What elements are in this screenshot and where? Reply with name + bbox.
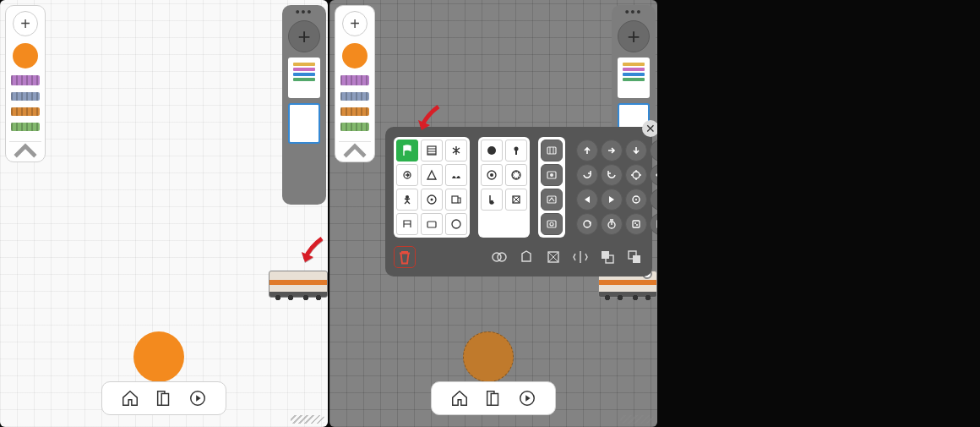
svg-rect-1 bbox=[161, 394, 168, 406]
spin-icon[interactable] bbox=[625, 164, 647, 186]
rotate-ccw-icon[interactable] bbox=[601, 164, 623, 186]
svg-point-8 bbox=[406, 195, 409, 199]
train-sprite-orange[interactable] bbox=[340, 107, 369, 116]
pages-button[interactable] bbox=[155, 389, 173, 408]
canvas-orange-ball[interactable] bbox=[463, 331, 514, 382]
transform-ops bbox=[490, 248, 644, 266]
face-right-icon[interactable] bbox=[601, 189, 623, 211]
looks-blocks-group bbox=[478, 137, 530, 238]
speed-icon[interactable] bbox=[541, 189, 563, 211]
hop-icon[interactable] bbox=[396, 213, 418, 235]
grid-icon[interactable] bbox=[650, 213, 657, 235]
ungroup-icon[interactable] bbox=[517, 248, 536, 266]
train-sprite-orange[interactable] bbox=[11, 107, 40, 116]
canvas-train-sprite[interactable] bbox=[269, 271, 328, 298]
go-home-icon[interactable] bbox=[421, 213, 443, 235]
svg-rect-25 bbox=[547, 221, 556, 227]
svg-point-23 bbox=[550, 173, 553, 177]
page-thumb-1[interactable] bbox=[288, 57, 320, 98]
move-left-arrow-icon[interactable] bbox=[650, 140, 657, 161]
orange-circle-sprite[interactable] bbox=[13, 43, 38, 68]
train-sprite-purple[interactable] bbox=[11, 75, 40, 85]
pages-button[interactable] bbox=[484, 389, 503, 408]
svg-point-35 bbox=[634, 222, 636, 224]
group-icon[interactable] bbox=[490, 248, 509, 266]
svg-point-10 bbox=[431, 199, 433, 201]
jump-icon[interactable] bbox=[650, 189, 657, 211]
svg-rect-12 bbox=[427, 222, 436, 227]
move-right-icon[interactable] bbox=[396, 164, 418, 186]
add-page-button[interactable]: + bbox=[618, 20, 650, 52]
train-sprite-blue[interactable] bbox=[340, 92, 369, 101]
page-thumb-1[interactable] bbox=[618, 57, 650, 98]
start-on-green-flag-icon[interactable] bbox=[396, 140, 418, 161]
orange-circle-sprite[interactable] bbox=[342, 43, 368, 68]
shrink-icon[interactable] bbox=[481, 164, 503, 186]
layer-back-icon[interactable] bbox=[598, 248, 617, 266]
turn-right-icon[interactable] bbox=[421, 189, 443, 211]
flip-icon[interactable] bbox=[650, 164, 657, 186]
stop-icon[interactable] bbox=[541, 164, 563, 186]
say-icon[interactable] bbox=[481, 140, 503, 161]
svg-point-13 bbox=[452, 220, 460, 228]
face-up-icon[interactable] bbox=[625, 189, 647, 211]
bring-front-icon[interactable] bbox=[544, 248, 563, 266]
grow-icon[interactable] bbox=[505, 140, 527, 161]
canvas-orange-ball[interactable] bbox=[133, 331, 184, 382]
svg-point-19 bbox=[490, 200, 493, 204]
screen-step-2: + ••• + bbox=[329, 0, 657, 427]
train-sprite-green[interactable] bbox=[11, 123, 40, 131]
start-on-bump-icon[interactable] bbox=[445, 140, 467, 161]
sprite-palette: + bbox=[335, 5, 375, 162]
turn-left-icon[interactable] bbox=[445, 189, 467, 211]
behaviors-popup: ✕ bbox=[385, 127, 652, 276]
add-sprite-button[interactable]: + bbox=[342, 11, 368, 36]
svg-point-17 bbox=[490, 173, 493, 177]
layer-front-icon[interactable] bbox=[625, 248, 644, 266]
pages-drag-handle-icon[interactable]: ••• bbox=[625, 8, 643, 15]
train-sprite-purple[interactable] bbox=[340, 75, 369, 85]
wait-icon[interactable] bbox=[541, 140, 563, 161]
move-up-arrow-icon[interactable] bbox=[576, 140, 598, 161]
home-button[interactable] bbox=[121, 389, 139, 408]
bottom-toolbar bbox=[101, 381, 226, 415]
svg-point-14 bbox=[487, 146, 496, 155]
repeat-icon[interactable] bbox=[541, 213, 563, 235]
svg-rect-4 bbox=[491, 394, 498, 406]
play-button[interactable] bbox=[518, 389, 536, 408]
message-block-icon[interactable] bbox=[445, 213, 467, 235]
play-button[interactable] bbox=[188, 389, 207, 408]
flip-h-icon[interactable] bbox=[571, 248, 590, 266]
random-icon[interactable] bbox=[625, 213, 647, 235]
svg-rect-45 bbox=[633, 255, 640, 263]
svg-point-40 bbox=[498, 253, 506, 261]
face-left-icon[interactable] bbox=[576, 189, 598, 211]
home-button[interactable] bbox=[450, 389, 469, 408]
palette-collapse-button[interactable] bbox=[339, 141, 371, 161]
svg-point-15 bbox=[514, 147, 519, 151]
train-sprite-green[interactable] bbox=[340, 123, 369, 131]
move-down-icon[interactable] bbox=[396, 189, 418, 211]
move-down-arrow-icon[interactable] bbox=[625, 140, 647, 161]
popup-close-button[interactable]: ✕ bbox=[642, 120, 657, 137]
rotate-cw-icon[interactable] bbox=[576, 164, 598, 186]
start-on-tap-icon[interactable] bbox=[421, 140, 443, 161]
page-thumb-2[interactable] bbox=[288, 103, 320, 144]
delete-button[interactable] bbox=[394, 246, 416, 268]
loop-icon[interactable] bbox=[576, 213, 598, 235]
reset-size-icon[interactable] bbox=[505, 164, 527, 186]
move-left-icon[interactable] bbox=[421, 164, 443, 186]
hide-icon[interactable] bbox=[481, 189, 503, 211]
timer-icon[interactable] bbox=[601, 213, 623, 235]
move-right-arrow-icon[interactable] bbox=[601, 140, 623, 161]
add-sprite-button[interactable]: + bbox=[13, 11, 38, 36]
resize-grip-icon bbox=[620, 415, 654, 424]
show-icon[interactable] bbox=[505, 189, 527, 211]
resize-grip-icon bbox=[291, 415, 324, 424]
move-up-icon[interactable] bbox=[445, 164, 467, 186]
svg-rect-34 bbox=[633, 221, 640, 227]
pages-drag-handle-icon[interactable]: ••• bbox=[296, 8, 313, 15]
train-sprite-blue[interactable] bbox=[11, 92, 40, 101]
add-page-button[interactable]: + bbox=[288, 20, 320, 52]
palette-collapse-button[interactable] bbox=[9, 141, 41, 161]
